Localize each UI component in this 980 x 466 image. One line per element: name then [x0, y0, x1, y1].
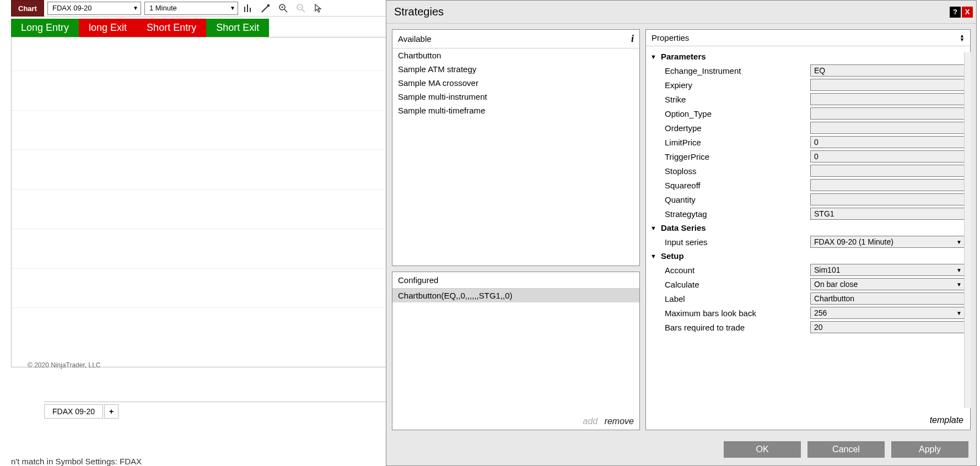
- available-header: Available i: [392, 30, 639, 48]
- strategytag-input[interactable]: [810, 208, 965, 220]
- bars-icon[interactable]: [240, 1, 256, 16]
- chevron-down-icon: ▼: [956, 281, 962, 288]
- long-exit-button[interactable]: long Exit: [79, 19, 137, 37]
- short-entry-button[interactable]: Short Entry: [137, 19, 206, 37]
- svg-rect-2: [250, 8, 251, 12]
- expiery-input[interactable]: [810, 79, 965, 91]
- strategies-dialog: Strategies ? X Available i Chartbutton S…: [386, 0, 977, 466]
- quantity-input[interactable]: [810, 193, 965, 205]
- prop-label: Ordertype: [665, 123, 810, 133]
- ok-button[interactable]: OK: [724, 441, 801, 458]
- prop-row-quantity: Quantity: [649, 192, 965, 207]
- echange-instrument-input[interactable]: [810, 64, 965, 77]
- input-series-value: FDAX 09-20 (1 Minute): [814, 237, 893, 246]
- chart-title: Chart: [11, 0, 44, 17]
- svg-line-5: [284, 9, 287, 12]
- configured-list: Chartbutton(EQ,,0,,,,,,STG1,,0): [392, 289, 639, 413]
- calculate-value: On bar close: [814, 280, 858, 289]
- chart-window: Chart FDAX 09-20 ▼ 1 Minute ▼ Long Entry…: [11, 0, 441, 463]
- prop-label: Strike: [665, 95, 810, 104]
- option-type-input[interactable]: [810, 107, 965, 120]
- cursor-icon[interactable]: [311, 1, 326, 16]
- instrument-combo[interactable]: FDAX 09-20 ▼: [47, 2, 141, 15]
- section-setup[interactable]: ▼Setup: [649, 249, 965, 263]
- prop-row-ordertype: Ordertype: [649, 121, 965, 135]
- remove-link[interactable]: remove: [605, 416, 634, 426]
- configured-label: Configured: [398, 275, 438, 285]
- available-item[interactable]: Sample MA crossover: [392, 76, 639, 90]
- triangle-down-icon: ▼: [650, 253, 656, 259]
- properties-scrollbar[interactable]: [964, 52, 971, 408]
- available-panel: Available i Chartbutton Sample ATM strat…: [392, 29, 640, 266]
- available-item[interactable]: Chartbutton: [392, 48, 639, 62]
- prop-row-stoploss: Stoploss: [649, 164, 965, 178]
- chevron-down-icon: ▼: [956, 267, 962, 273]
- prop-label: Input series: [665, 237, 810, 247]
- chart-toolbar: Chart FDAX 09-20 ▼ 1 Minute ▼: [11, 0, 441, 17]
- bars-req-input[interactable]: [810, 321, 965, 333]
- prop-row-limitprice: LimitPrice: [649, 135, 965, 149]
- properties-panel: Properties ▲▼ ▼Parameters Echange_Instru…: [645, 29, 971, 430]
- apply-button[interactable]: Apply: [891, 441, 968, 458]
- configured-item[interactable]: Chartbutton(EQ,,0,,,,,,STG1,,0): [392, 289, 639, 302]
- properties-spinner[interactable]: ▲▼: [960, 34, 965, 42]
- prop-row-strategytag: Strategytag: [649, 207, 965, 221]
- ordertype-input[interactable]: [810, 122, 965, 134]
- interval-combo-value: 1 Minute: [149, 4, 177, 12]
- chart-tab-strip: FDAX 09-20 +: [44, 402, 430, 419]
- cancel-button[interactable]: Cancel: [807, 441, 885, 458]
- account-select[interactable]: Sim101▼: [810, 264, 965, 276]
- squareoff-input[interactable]: [810, 179, 965, 191]
- chevron-down-icon: ▼: [230, 5, 235, 11]
- add-tab-button[interactable]: +: [104, 404, 119, 419]
- prop-row-account: Account Sim101▼: [649, 263, 965, 277]
- prop-row-option-type: Option_Type: [649, 106, 965, 121]
- chevron-down-icon: ▼: [956, 239, 962, 245]
- prop-label: Label: [665, 294, 810, 304]
- stoploss-input[interactable]: [810, 165, 965, 177]
- instrument-combo-value: FDAX 09-20: [52, 4, 92, 12]
- zoom-in-icon[interactable]: [276, 1, 291, 16]
- zoom-out-icon[interactable]: [293, 1, 309, 16]
- prop-label: Expiery: [665, 80, 810, 90]
- template-link[interactable]: template: [646, 411, 970, 430]
- strike-input[interactable]: [810, 93, 965, 105]
- add-remove-row: add remove: [392, 413, 639, 430]
- triggerprice-input[interactable]: [810, 150, 965, 162]
- prop-label: Bars required to trade: [665, 323, 810, 332]
- info-icon[interactable]: i: [631, 33, 634, 45]
- label-input[interactable]: [810, 292, 965, 305]
- close-button[interactable]: X: [962, 7, 973, 18]
- draw-icon[interactable]: [258, 1, 273, 16]
- available-label: Available: [398, 34, 432, 44]
- prop-row-calculate: Calculate On bar close▼: [649, 277, 965, 291]
- help-button[interactable]: ?: [950, 7, 961, 18]
- entry-button-row: Long Entry long Exit Short Entry Short E…: [11, 19, 441, 37]
- section-parameters[interactable]: ▼Parameters: [649, 50, 965, 63]
- account-value: Sim101: [814, 265, 840, 274]
- calculate-select[interactable]: On bar close▼: [810, 278, 965, 290]
- chart-tab[interactable]: FDAX 09-20: [44, 404, 103, 419]
- input-series-select[interactable]: FDAX 09-20 (1 Minute)▼: [810, 236, 965, 248]
- dialog-footer: OK Cancel Apply: [386, 436, 976, 465]
- prop-row-max-bars: Maximum bars look back 256▼: [649, 306, 965, 320]
- limitprice-input[interactable]: [810, 136, 965, 148]
- long-entry-button[interactable]: Long Entry: [11, 19, 79, 37]
- prop-label: Calculate: [665, 280, 810, 289]
- prop-row-triggerprice: TriggerPrice: [649, 149, 965, 164]
- short-exit-button[interactable]: Short Exit: [206, 19, 269, 37]
- prop-label: Account: [665, 265, 810, 275]
- prop-label: LimitPrice: [665, 138, 810, 147]
- prop-label: Quantity: [665, 195, 810, 204]
- available-item[interactable]: Sample multi-timeframe: [392, 104, 639, 117]
- available-item[interactable]: Sample multi-instrument: [392, 90, 639, 104]
- section-data-series[interactable]: ▼Data Series: [649, 221, 965, 235]
- prop-label: Option_Type: [665, 109, 810, 118]
- available-item[interactable]: Sample ATM strategy: [392, 62, 639, 76]
- svg-line-9: [302, 9, 305, 12]
- chart-canvas[interactable]: [11, 37, 441, 367]
- add-link[interactable]: add: [583, 416, 597, 426]
- max-bars-select[interactable]: 256▼: [810, 307, 965, 319]
- triangle-down-icon: ▼: [650, 53, 656, 60]
- interval-combo[interactable]: 1 Minute ▼: [144, 2, 238, 15]
